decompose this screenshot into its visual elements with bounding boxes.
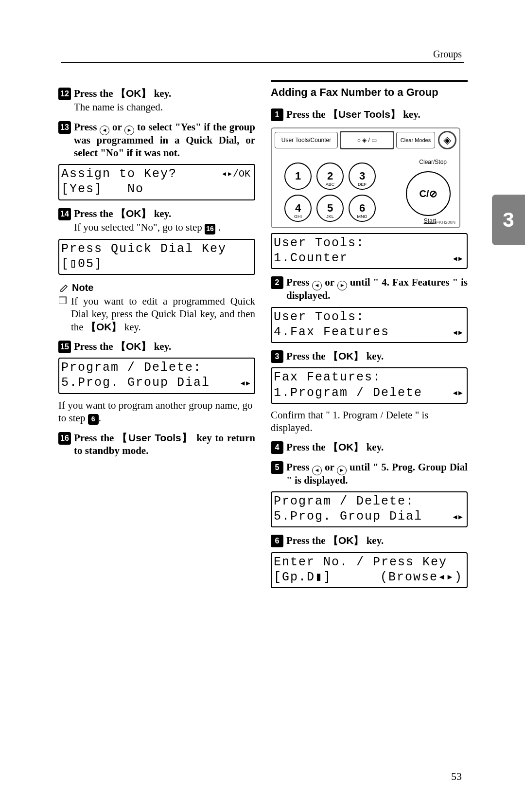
round-key-icon: ◈: [438, 131, 456, 149]
lcd-line: 1.Program / Delete: [274, 385, 422, 400]
header-section: Groups: [433, 49, 462, 60]
numeric-keypad: 1 2ABC 3DEF 4GHI 5JKL 6MNO: [284, 162, 376, 222]
step-result: If you selected "No", go to step 16.: [74, 221, 255, 234]
chapter-tab: 3: [492, 195, 525, 245]
step-text: Press the 【OK】 key.: [74, 340, 255, 353]
step-after: If you want to program another group nam…: [58, 399, 255, 425]
lcd-arrows-icon: ◂▸: [452, 386, 463, 399]
bullet-icon: ❐: [58, 295, 67, 333]
key-6: 6MNO: [349, 195, 376, 222]
step-5: 5 Press ◂ or ▸ until " 5. Prog. Group Di…: [271, 461, 468, 487]
lcd-prog-delete: Program / Delete: 5.Prog. Group Dial◂▸: [58, 358, 255, 394]
note-heading: Note: [59, 282, 255, 294]
lcd-arrows-icon: ◂▸: [452, 510, 463, 523]
step-text: Press ◂ or ▸ until " 4. Fax Features " i…: [286, 276, 468, 302]
pencil-icon: [59, 283, 69, 293]
right-column: Adding a Fax Number to a Group 1 Press t…: [271, 80, 468, 593]
step-badge: 3: [271, 350, 283, 363]
lcd-line: 1.Counter: [274, 251, 348, 266]
lcd-line: [Gp.D▮]: [274, 570, 332, 585]
lcd-line: Program / Delete:: [61, 360, 202, 375]
step-14: 14 Press the 【OK】 key. If you selected "…: [58, 207, 255, 234]
control-panel-illustration: User Tools/Counter ○ ◈ / ▭ Clear Modes ◈…: [271, 127, 468, 228]
lcd-fax-features: Fax Features: 1.Program / Delete◂▸: [271, 367, 468, 404]
panel-display: ○ ◈ / ▭: [340, 131, 394, 149]
lcd-enter-no: Enter No. / Press Key [Gp.D▮](Browse◂▸): [271, 552, 468, 589]
step-badge: 4: [271, 441, 283, 454]
step-text: Press the 【User Tools】 key.: [286, 108, 468, 121]
step-badge: 13: [58, 121, 71, 134]
lcd-line: 4.Fax Features: [274, 325, 389, 340]
step-badge: 1: [271, 108, 283, 121]
step-text: Press ◂ or ▸ to select "Yes" if the grou…: [74, 121, 255, 160]
step-6: 6 Press the 【OK】 key.: [271, 534, 468, 547]
lcd-assign-key: Assign to Key?◂▸/OK [Yes] No: [58, 164, 255, 200]
lcd-line: [Yes] No: [61, 181, 144, 197]
lcd-quick-dial: Press Quick Dial Key [▯05]: [58, 239, 255, 275]
step-result: The name is changed.: [74, 101, 255, 113]
lcd-line: [▯05]: [61, 256, 103, 271]
lcd-line: Press Quick Dial Key: [61, 241, 227, 256]
lcd-arrows-icon: ◂▸: [452, 252, 463, 265]
step-15: 15 Press the 【OK】 key.: [58, 340, 255, 353]
lcd-arrows-icon: ◂▸: [240, 376, 251, 390]
key-1: 1: [284, 162, 312, 190]
step-badge: 12: [58, 88, 71, 100]
lcd-line: User Tools:: [274, 309, 365, 325]
key-5: 5JKL: [316, 195, 344, 222]
step-4: 4 Press the 【OK】 key.: [271, 441, 468, 453]
lcd-line: Enter No. / Press Key: [274, 555, 447, 570]
key-4: 4GHI: [284, 195, 312, 222]
header-rule: [61, 62, 464, 63]
lcd-browse: (Browse◂▸): [380, 570, 463, 585]
clear-modes-key: Clear Modes: [396, 132, 435, 148]
note-body: ❐ If you want to edit a programmed Quick…: [58, 295, 255, 333]
step-3: 3 Press the 【OK】 key.: [271, 350, 468, 362]
lcd-user-tools-1: User Tools: 1.Counter◂▸: [271, 233, 468, 270]
step-badge: 15: [58, 341, 71, 353]
lcd-line: User Tools:: [274, 235, 365, 251]
lcd-prog-delete-5: Program / Delete: 5.Prog. Group Dial◂▸: [271, 491, 468, 528]
step-16: 16 Press the 【User Tools】 key to return …: [58, 432, 255, 457]
step-2: 2 Press ◂ or ▸ until " 4. Fax Features "…: [271, 276, 468, 302]
step-ref-badge: 6: [88, 414, 99, 425]
step-text: Press the 【OK】 key.: [286, 441, 468, 453]
user-tools-key: User Tools/Counter: [275, 132, 338, 148]
page: Groups 12 Press the 【OK】 key. The name i…: [0, 0, 525, 812]
step-ref-badge: 16: [205, 224, 215, 235]
lcd-line: Program / Delete:: [274, 494, 414, 509]
step-text: Press the 【OK】 key.: [286, 350, 468, 362]
key-2: 2ABC: [316, 162, 344, 190]
step-text: Press the 【User Tools】 key to return to …: [74, 432, 255, 457]
step-badge: 16: [58, 432, 71, 445]
lcd-arrows-icon: ◂▸: [452, 325, 463, 339]
step-after: Confirm that " 1. Program / Delete " is …: [271, 409, 468, 434]
step-12: 12 Press the 【OK】 key. The name is chang…: [58, 87, 255, 114]
lcd-user-tools-4: User Tools: 4.Fax Features◂▸: [271, 307, 468, 343]
step-badge: 2: [271, 276, 283, 289]
panel-code: ZFKH200N: [434, 220, 455, 225]
page-number: 53: [451, 770, 462, 783]
step-1: 1 Press the 【User Tools】 key.: [271, 108, 468, 121]
section-title: Adding a Fax Number to a Group: [271, 80, 468, 99]
content-columns: 12 Press the 【OK】 key. The name is chang…: [58, 80, 481, 593]
lcd-line: 5.Prog. Group Dial: [274, 509, 422, 524]
step-badge: 6: [271, 535, 283, 547]
lcd-line: 5.Prog. Group Dial: [61, 375, 210, 390]
step-text: Press the 【OK】 key.: [286, 534, 468, 547]
step-badge: 5: [271, 461, 283, 474]
lcd-indicator: ◂▸/OK: [221, 168, 250, 180]
note-text: If you want to edit a programmed Quick D…: [71, 295, 255, 333]
step-text: Press ◂ or ▸ until " 5. Prog. Group Dial…: [286, 461, 468, 487]
lcd-line: Fax Features:: [274, 370, 381, 385]
key-3: 3DEF: [349, 162, 376, 190]
step-text: Press the 【OK】 key.: [74, 88, 171, 99]
step-13: 13 Press ◂ or ▸ to select "Yes" if the g…: [58, 121, 255, 160]
step-text: Press the 【OK】 key.: [74, 208, 171, 219]
lcd-line: Assign to Key?: [61, 166, 177, 181]
left-column: 12 Press the 【OK】 key. The name is chang…: [58, 80, 255, 593]
clear-stop-button: C/⊘: [406, 171, 451, 216]
clear-stop-label: Clear/Stop: [419, 159, 447, 165]
step-badge: 14: [58, 208, 71, 220]
note-label: Note: [72, 282, 93, 294]
